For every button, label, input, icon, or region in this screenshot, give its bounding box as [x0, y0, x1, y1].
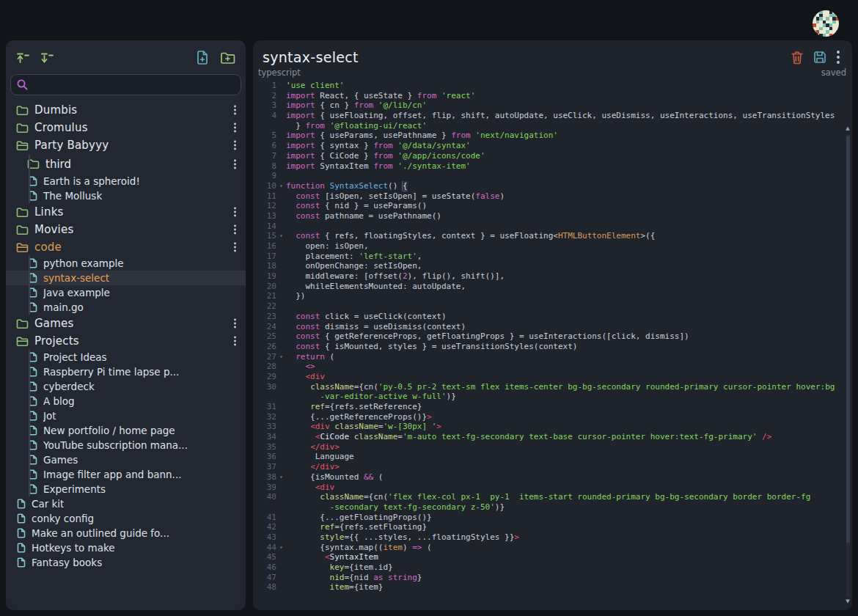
- tree-item-cyberdeck[interactable]: cyberdeck: [6, 379, 246, 394]
- code-line-34: 34 <CiCode className='m-auto text-fg-sec…: [256, 432, 845, 442]
- tree-item-links[interactable]: Links: [6, 203, 246, 221]
- code-text: </div>: [286, 442, 340, 452]
- tree-item-games[interactable]: Games: [6, 452, 246, 467]
- kebab-menu-icon[interactable]: [233, 242, 237, 252]
- fold-gutter: [276, 100, 286, 111]
- delete-note-icon[interactable]: [791, 51, 804, 65]
- code-line-2: 2import React, { useState } from 'react': [256, 91, 845, 101]
- tree-item-label: Fantasy books: [32, 557, 102, 568]
- line-number: 14: [256, 221, 276, 232]
- code-text: Language: [286, 452, 354, 462]
- line-number: 21: [256, 291, 276, 301]
- code-text: item={item}: [286, 582, 383, 593]
- tree-item-new-portfolio-home-page[interactable]: New portfolio / home page: [6, 423, 246, 438]
- new-file-icon[interactable]: [195, 50, 210, 65]
- avatar[interactable]: [813, 10, 839, 37]
- tree-item-games[interactable]: Games: [6, 315, 246, 332]
- code-line-38: 38▾ {isMounted && (: [256, 472, 845, 483]
- kebab-menu-icon[interactable]: [233, 224, 237, 235]
- search-input[interactable]: [10, 74, 241, 95]
- tree-item-label: Movies: [34, 223, 73, 236]
- tree-item-code[interactable]: code: [6, 238, 246, 256]
- kebab-menu-icon[interactable]: [233, 140, 237, 150]
- kebab-menu-icon[interactable]: [233, 122, 237, 133]
- folder-open-icon: [16, 242, 29, 253]
- code-text: const dismiss = useDismiss(context): [286, 322, 466, 332]
- kebab-menu-icon[interactable]: [233, 336, 237, 346]
- folder-icon: [16, 318, 29, 329]
- tree-item-image-filter-app-and-bann[interactable]: Image filter app and bann...: [6, 467, 246, 482]
- kebab-menu-icon[interactable]: [233, 318, 237, 329]
- editor-menu-icon[interactable]: [836, 50, 840, 65]
- tree-item-syntax-select[interactable]: syntax-select: [6, 271, 246, 285]
- save-note-icon[interactable]: [813, 51, 826, 64]
- fold-toggle-icon[interactable]: ▾: [276, 231, 286, 241]
- code-text: </div>: [286, 462, 340, 472]
- tree-item-a-blog[interactable]: A blog: [6, 394, 246, 408]
- tree-item-car-kit[interactable]: Car kit: [6, 496, 246, 511]
- tree-item-third[interactable]: third: [6, 154, 246, 174]
- code-line-22: 22: [256, 301, 845, 312]
- line-number: 38: [256, 472, 276, 483]
- code-text: }): [286, 291, 306, 301]
- file-icon: [17, 557, 26, 568]
- kebab-menu-icon[interactable]: [233, 159, 237, 169]
- tree-item-dumbis[interactable]: Dumbis: [6, 101, 246, 119]
- tree-item-project-ideas[interactable]: Project Ideas: [6, 350, 246, 364]
- code-line-45: 45 <SyntaxItem: [256, 552, 845, 562]
- fold-gutter: [276, 322, 286, 332]
- scroll-down-icon[interactable]: ▼: [845, 598, 851, 604]
- tree-item-experiments[interactable]: Experiments: [6, 482, 246, 496]
- tree-item-party-babyyy[interactable]: Party Babyyy: [6, 136, 246, 154]
- line-number: [256, 121, 276, 131]
- search-bar: [10, 74, 241, 95]
- fold-toggle-icon[interactable]: ▾: [276, 352, 286, 362]
- tree-item-label: Links: [34, 205, 64, 219]
- fold-gutter: [276, 342, 286, 352]
- folder-icon: [16, 122, 29, 133]
- code-text: {...getReferenceProps()}>: [286, 412, 432, 422]
- code-line-30: 30 className={cn('py-0.5 pr-2 text-sm fl…: [256, 382, 845, 392]
- tree-item-raspberry-pi-time-lapse-p[interactable]: Raspberry Pi time lapse p...: [6, 364, 246, 379]
- tree-item-conky-config[interactable]: conky config: [6, 511, 246, 526]
- fold-gutter: [276, 392, 286, 402]
- fold-toggle-icon[interactable]: ▾: [276, 181, 286, 191]
- tree-item-fantasy-books[interactable]: Fantasy books: [6, 555, 246, 570]
- tree-item-java-example[interactable]: Java example: [6, 285, 246, 300]
- code-line-20: 20 whileElementsMounted: autoUpdate,: [256, 282, 845, 292]
- tree-item-youtube-subscription-mana[interactable]: YouTube subscription mana...: [6, 438, 246, 452]
- line-number: [256, 502, 276, 513]
- scroll-up-icon[interactable]: ▲: [845, 125, 851, 131]
- kebab-menu-icon[interactable]: [233, 207, 237, 217]
- fold-gutter: [276, 261, 286, 271]
- tree-item-main-go[interactable]: main.go: [6, 300, 246, 315]
- code-area[interactable]: 1'use client'2import React, { useState }…: [253, 79, 852, 593]
- line-number: 8: [256, 161, 276, 172]
- tree-item-label: python example: [43, 257, 124, 269]
- tree-item-python-example[interactable]: python example: [6, 256, 246, 271]
- sidebar-panel: Dumbis Cromulus Party Babyyy third Earth…: [6, 40, 246, 610]
- fold-toggle-icon[interactable]: ▾: [276, 543, 286, 553]
- line-number: 32: [256, 412, 276, 422]
- tree-item-earth-is-a-spheroid[interactable]: Earth is a spheroid!: [6, 174, 246, 188]
- line-number: 34: [256, 432, 276, 442]
- file-icon: [29, 191, 37, 201]
- collapse-all-icon[interactable]: [16, 52, 30, 64]
- editor-scrollbar[interactable]: ▲ ▼: [845, 128, 851, 603]
- tree-item-cromulus[interactable]: Cromulus: [6, 119, 246, 136]
- tree-item-make-an-outlined-guide-fo[interactable]: Make an outlined guide fo...: [6, 526, 246, 540]
- tree-item-the-mollusk[interactable]: The Mollusk: [6, 188, 246, 203]
- expand-all-icon[interactable]: [40, 52, 54, 64]
- code-text: placement: 'left-start',: [286, 252, 422, 262]
- fold-toggle-icon[interactable]: ▾: [276, 472, 286, 483]
- tree-item-hotkeys-to-make[interactable]: Hotkeys to make: [6, 540, 246, 555]
- new-folder-icon[interactable]: [220, 51, 235, 65]
- tree-item-jot[interactable]: Jot: [6, 408, 246, 423]
- tree-item-projects[interactable]: Projects: [6, 332, 246, 350]
- line-number: 37: [256, 462, 276, 472]
- tree-item-movies[interactable]: Movies: [6, 221, 246, 238]
- search-icon: [16, 78, 29, 91]
- file-icon: [29, 302, 37, 312]
- kebab-menu-icon[interactable]: [233, 105, 237, 115]
- scrollbar-thumb[interactable]: [846, 136, 850, 543]
